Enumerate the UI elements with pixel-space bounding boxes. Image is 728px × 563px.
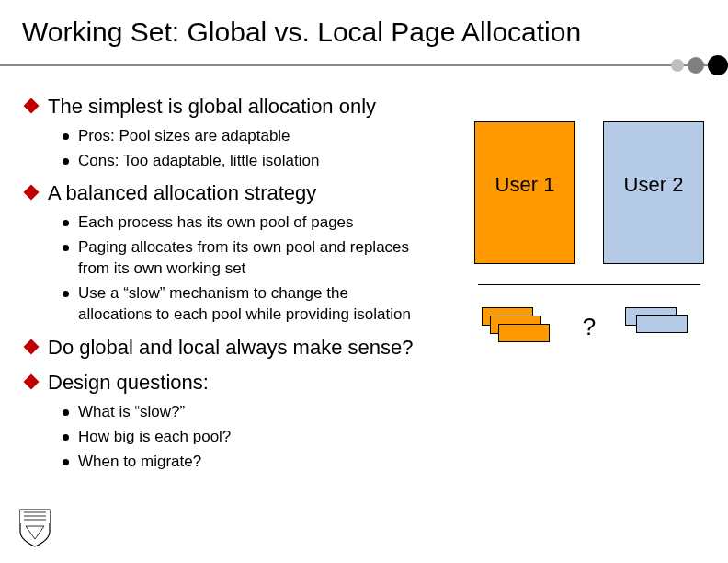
diamond-icon	[24, 185, 40, 201]
bullet-text: Design questions:	[48, 370, 209, 396]
bullet-3: Do global and local always make sense?	[22, 335, 463, 362]
bullet-1: The simplest is global allocation only P…	[22, 94, 463, 171]
bullet-4: Design questions: What is “slow?” How bi…	[22, 370, 463, 472]
diagram-column: User 1 User 2 ?	[463, 94, 706, 482]
bullet-text: A balanced allocation strategy	[48, 180, 316, 207]
orange-page-stack	[482, 307, 553, 344]
sub-bullet: Use a “slow” mechanism to change the all…	[63, 283, 463, 326]
slide: Working Set: Global vs. Local Page Alloc…	[0, 0, 728, 482]
sub-bullet: Each process has its own pool of pages	[63, 213, 463, 234]
user1-label: User 1	[495, 173, 555, 197]
princeton-shield-icon	[18, 508, 51, 548]
user1-box: User 1	[474, 121, 575, 264]
bullet-2: A balanced allocation strategy Each proc…	[22, 180, 463, 325]
diamond-icon	[24, 374, 40, 390]
bullet-column: The simplest is global allocation only P…	[22, 94, 463, 482]
diagram-divider	[478, 284, 700, 285]
blue-page-stack	[625, 307, 697, 344]
diamond-icon	[24, 339, 40, 354]
sub-bullet: How big is each pool?	[63, 427, 463, 448]
diamond-icon	[24, 98, 40, 114]
slide-title: Working Set: Global vs. Local Page Alloc…	[22, 17, 706, 48]
user-boxes: User 1 User 2	[472, 121, 706, 264]
sub-bullet: Pros: Pool sizes are adaptable	[63, 126, 463, 147]
sub-bullet: What is “slow?”	[63, 402, 463, 423]
title-divider	[0, 55, 728, 79]
sub-bullet: Cons: Too adaptable, little isolation	[63, 151, 463, 172]
question-mark: ?	[583, 313, 596, 341]
sub-bullet: Paging allocates from its own pool and r…	[63, 237, 463, 280]
bullet-text: Do global and local always make sense?	[48, 335, 413, 362]
sub-bullet: When to migrate?	[63, 452, 463, 473]
bullet-text: The simplest is global allocation only	[48, 94, 376, 121]
decorative-dots	[671, 55, 728, 75]
user2-label: User 2	[624, 173, 684, 197]
user2-box: User 2	[603, 121, 704, 264]
